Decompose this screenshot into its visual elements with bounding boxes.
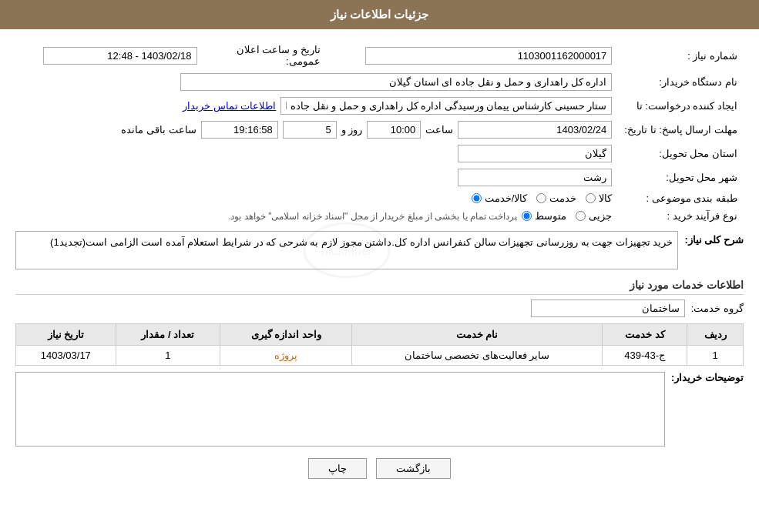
creator-row: اطلاعات تماس خریدار	[22, 97, 612, 115]
page-header: جزئیات اطلاعات نیاز	[0, 0, 759, 29]
cell-name: سایر فعالیت‌های تخصصی ساختمان	[352, 346, 603, 366]
services-table: ردیف کد خدمت نام خدمت واحد اندازه گیری ت…	[15, 323, 744, 366]
buyer-desc-label: توضیحات خریدار:	[671, 372, 744, 383]
deadline-remaining-label: ساعت باقی مانده	[121, 124, 196, 136]
province-label: استان محل تحویل:	[618, 142, 744, 166]
general-desc-text: خرید تجهیزات جهت به روزرسانی تجهیزات سال…	[50, 236, 673, 248]
city-input[interactable]	[458, 169, 612, 186]
col-unit: واحد اندازه گیری	[220, 324, 352, 346]
purchase-type-row: جزیی متوسط پرداخت تمام یا بخشی از مبلغ خ…	[22, 210, 612, 222]
announce-date-input[interactable]	[43, 47, 197, 65]
page-title: جزئیات اطلاعات نیاز	[331, 8, 428, 21]
services-table-header: ردیف کد خدمت نام خدمت واحد اندازه گیری ت…	[16, 324, 744, 346]
radio-motavasset-input[interactable]	[522, 211, 532, 221]
creator-input[interactable]	[280, 97, 612, 115]
buyer-desc-content	[15, 372, 665, 447]
row-buyer-org: نام دستگاه خریدار:	[15, 70, 744, 94]
radio-motavasset[interactable]: متوسط	[522, 210, 566, 222]
info-table: شماره نیاز : تاریخ و ساعت اعلان عمومی: ن…	[15, 41, 744, 225]
announce-date-label: تاریخ و ساعت اعلان عمومی:	[203, 41, 327, 70]
page-wrapper: جزئیات اطلاعات نیاز شماره نیاز : تاریخ و…	[0, 0, 759, 532]
row-creator: ایجاد کننده درخواست: تا اطلاعات تماس خری…	[15, 94, 744, 118]
row-purchase-type: نوع فرآیند خرید : جزیی متوسط	[15, 207, 744, 225]
motavasset-label: متوسط	[535, 210, 566, 222]
radio-kala-khedmat-input[interactable]	[472, 193, 482, 203]
services-table-body: 1 ج-43-439 سایر فعالیت‌های تخصصی ساختمان…	[16, 346, 744, 366]
creator-link[interactable]: اطلاعات تماس خریدار	[183, 100, 276, 112]
cell-row: 1	[687, 346, 744, 366]
row-province: استان محل تحویل:	[15, 142, 744, 166]
purchase-type-radio-group: جزیی متوسط	[522, 210, 612, 222]
city-label: شهر محل تحویل:	[618, 166, 744, 189]
buttons-row: بازگشت چاپ	[15, 458, 744, 479]
cell-unit: پروژه	[220, 346, 352, 366]
kala-khedmat-label: کالا/خدمت	[485, 192, 528, 204]
svg-point-0	[304, 223, 389, 277]
radio-kala-khedmat[interactable]: کالا/خدمت	[472, 192, 528, 204]
buyer-org-input[interactable]	[180, 73, 612, 91]
buyer-org-label: نام دستگاه خریدار:	[618, 70, 744, 94]
need-number-label: شماره نیاز :	[618, 41, 744, 70]
row-city: شهر محل تحویل:	[15, 166, 744, 189]
col-code: کد خدمت	[603, 324, 687, 346]
row-category: طبقه بندی موضوعی : کالا خدمت کالا/خدمت	[15, 189, 744, 207]
general-desc-content: خرید تجهیزات جهت به روزرسانی تجهیزات سال…	[15, 231, 678, 269]
jozi-label: جزیی	[589, 210, 612, 222]
need-number-input[interactable]	[365, 47, 612, 65]
general-desc-label: شرح کلی نیاز:	[684, 231, 744, 246]
purchase-type-label: نوع فرآیند خرید :	[618, 207, 744, 225]
services-section-label: اطلاعات خدمات مورد نیاز	[15, 279, 744, 295]
purchase-type-notice: پرداخت تمام یا بخشی از مبلغ خریدار از مح…	[228, 211, 517, 222]
radio-jozi[interactable]: جزیی	[576, 210, 612, 222]
row-need-number: شماره نیاز : تاریخ و ساعت اعلان عمومی:	[15, 41, 744, 70]
deadline-days-label: روز و	[341, 124, 363, 136]
radio-kala[interactable]: کالا	[586, 192, 612, 204]
deadline-date-input[interactable]	[458, 121, 612, 139]
deadline-row: ساعت روز و ساعت باقی مانده	[22, 121, 612, 139]
radio-khedmat-input[interactable]	[536, 193, 546, 203]
category-label: طبقه بندی موضوعی :	[618, 189, 744, 207]
kala-label: کالا	[599, 192, 612, 204]
col-qty: تعداد / مقدار	[116, 324, 220, 346]
col-name: نام خدمت	[352, 324, 603, 346]
cell-date: 1403/03/17	[16, 346, 116, 366]
col-row: ردیف	[687, 324, 744, 346]
radio-kala-input[interactable]	[586, 193, 596, 203]
radio-khedmat[interactable]: خدمت	[536, 192, 576, 204]
buyer-desc-wrapper: توضیحات خریدار:	[15, 372, 744, 447]
service-group-input[interactable]	[531, 299, 685, 317]
deadline-remaining-input[interactable]	[201, 121, 278, 139]
category-radio-group: کالا خدمت کالا/خدمت	[22, 192, 612, 204]
deadline-time-input[interactable]	[367, 121, 421, 139]
service-group-label: گروه خدمت:	[691, 303, 744, 314]
radio-jozi-input[interactable]	[576, 211, 586, 221]
table-row: 1 ج-43-439 سایر فعالیت‌های تخصصی ساختمان…	[16, 346, 744, 366]
cell-qty: 1	[116, 346, 220, 366]
col-date: تاریخ نیاز	[16, 324, 116, 346]
group-service-row: گروه خدمت:	[15, 299, 744, 317]
cell-code: ج-43-439	[603, 346, 687, 366]
khedmat-label: خدمت	[549, 192, 576, 204]
deadline-label: مهلت ارسال پاسخ: تا تاریخ:	[618, 118, 744, 142]
buyer-desc-textarea[interactable]	[21, 377, 660, 439]
back-button[interactable]: بازگشت	[376, 458, 451, 479]
province-input[interactable]	[458, 145, 612, 162]
creator-label: ایجاد کننده درخواست: تا	[618, 94, 744, 118]
header-row: ردیف کد خدمت نام خدمت واحد اندازه گیری ت…	[16, 324, 744, 346]
row-deadline: مهلت ارسال پاسخ: تا تاریخ: ساعت روز و سا…	[15, 118, 744, 142]
unit-link[interactable]: پروژه	[274, 350, 297, 361]
general-desc-row: شرح کلی نیاز: خرید تجهیزات جهت به روزرسا…	[15, 231, 744, 269]
print-button[interactable]: چاپ	[308, 458, 367, 479]
deadline-days-input[interactable]	[283, 121, 337, 139]
content-area: شماره نیاز : تاریخ و ساعت اعلان عمومی: ن…	[0, 29, 759, 502]
deadline-time-label: ساعت	[425, 124, 453, 136]
